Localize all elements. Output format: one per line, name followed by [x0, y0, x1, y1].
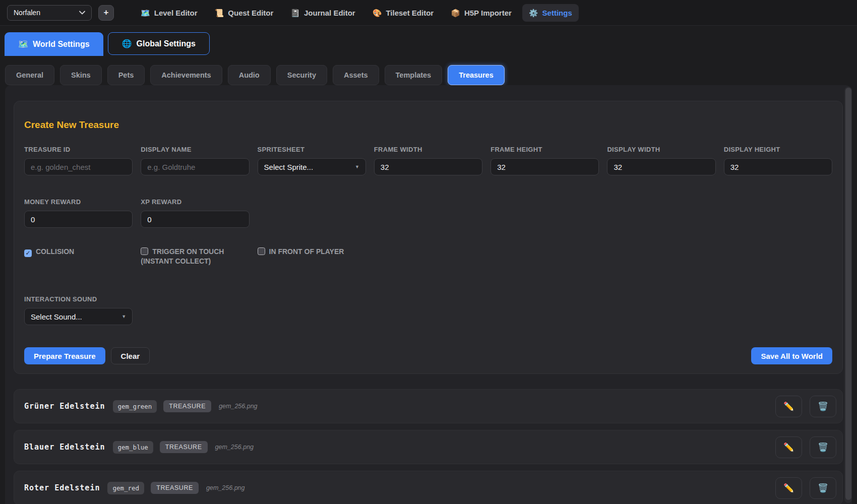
nav-item-settings[interactable]: ⚙️ Settings	[522, 4, 579, 22]
tab-templates[interactable]: Templates	[385, 65, 443, 85]
interaction-sound-select-value: Select Sound...	[31, 312, 82, 321]
display-height-input[interactable]	[724, 158, 832, 175]
field-xp-reward: XP REWARD	[141, 198, 249, 228]
save-all-to-world-button[interactable]: Save All to World	[751, 347, 832, 364]
form-row-2: MONEY REWARD XP REWARD	[24, 198, 832, 228]
treasure-type-badge: TREASURE	[163, 400, 211, 412]
interaction-sound-select[interactable]: Select Sound... ▼	[24, 308, 133, 325]
caret-down-icon: ▼	[355, 164, 359, 169]
tab-pets[interactable]: Pets	[107, 65, 145, 85]
gear-icon: ⚙️	[529, 9, 538, 17]
prepare-treasure-button[interactable]: Prepare Treasure	[24, 347, 105, 364]
scrollbar[interactable]	[844, 87, 852, 503]
tab-label: World Settings	[33, 40, 90, 49]
tab-label: Assets	[344, 71, 368, 79]
trash-icon: 🗑️	[818, 442, 828, 453]
tab-label: Global Settings	[137, 39, 196, 48]
checkbox-label: COLLISION	[36, 247, 74, 256]
field-label: MONEY REWARD	[24, 198, 133, 206]
treasure-sprite-file: gem_256.png	[215, 444, 254, 451]
frame-width-input[interactable]	[374, 158, 482, 175]
field-spritesheet: SPRITESHEET Select Sprite... ▼	[258, 146, 366, 175]
edit-treasure-button[interactable]: ✏️	[775, 477, 802, 499]
treasure-id-input[interactable]	[24, 158, 133, 175]
tab-skins[interactable]: Skins	[60, 65, 102, 85]
tab-label: Audio	[239, 71, 260, 79]
create-treasure-card: Create New Treasure TREASURE ID DISPLAY …	[14, 101, 843, 374]
field-label: INTERACTION SOUND	[24, 295, 133, 303]
delete-treasure-button[interactable]: 🗑️	[810, 396, 836, 417]
field-label: DISPLAY WIDTH	[607, 146, 715, 153]
card-title: Create New Treasure	[24, 119, 832, 131]
field-frame-width: FRAME WIDTH	[374, 146, 482, 175]
trash-icon: 🗑️	[818, 483, 828, 493]
tab-world-settings[interactable]: 🗺️ World Settings	[5, 32, 103, 56]
clear-button[interactable]: Clear	[111, 347, 150, 364]
treasure-sprite-file: gem_256.png	[206, 484, 244, 491]
top-bar: Norfalen + 🗺️ Level Editor 📜 Quest Edito…	[0, 0, 857, 26]
treasure-id-badge: gem_blue	[113, 441, 153, 454]
tab-achievements[interactable]: Achievements	[150, 65, 222, 85]
delete-treasure-button[interactable]: 🗑️	[810, 436, 836, 458]
field-interaction-sound: INTERACTION SOUND Select Sound... ▼	[24, 295, 133, 325]
tab-assets[interactable]: Assets	[333, 65, 379, 85]
tab-label: Templates	[396, 71, 432, 79]
row-actions: ✏️ 🗑️	[775, 477, 836, 499]
edit-treasure-button[interactable]: ✏️	[775, 396, 802, 417]
notebook-icon: 📓	[290, 9, 300, 17]
form-row-checkboxes: ✓COLLISION TRIGGER ON TOUCH (INSTANT COL…	[24, 247, 832, 266]
in-front-of-player-checkbox[interactable]: IN FRONT OF PLAYER	[258, 247, 366, 266]
treasure-row: Roter Edelstein gem_red TREASURE gem_256…	[14, 471, 843, 504]
treasure-name: Roter Edelstein	[24, 483, 100, 492]
nav-item-tileset-editor[interactable]: 🎨 Tileset Editor	[366, 4, 440, 22]
treasure-name: Grüner Edelstein	[24, 402, 105, 411]
form-actions: Prepare Treasure Clear Save All to World	[24, 347, 832, 364]
treasure-id-badge: gem_red	[107, 482, 144, 494]
nav-item-journal-editor[interactable]: 📓 Journal Editor	[284, 4, 361, 22]
chevron-down-icon	[79, 11, 85, 15]
tab-label: Skins	[71, 71, 91, 79]
scrollbar-thumb[interactable]	[845, 88, 851, 500]
edit-treasure-button[interactable]: ✏️	[775, 436, 802, 458]
field-display-height: DISPLAY HEIGHT	[724, 146, 832, 175]
treasure-name: Blauer Edelstein	[24, 443, 105, 452]
frame-height-input[interactable]	[491, 158, 599, 175]
nav-label: Journal Editor	[304, 9, 355, 17]
tab-security[interactable]: Security	[276, 65, 327, 85]
checkbox-checked-icon: ✓	[24, 249, 32, 257]
field-display-width: DISPLAY WIDTH	[607, 146, 715, 175]
field-label: XP REWARD	[141, 198, 249, 206]
tab-audio[interactable]: Audio	[228, 65, 271, 85]
treasure-id-badge: gem_green	[113, 400, 157, 413]
collision-checkbox[interactable]: ✓COLLISION	[24, 247, 133, 266]
package-icon: 📦	[451, 9, 460, 17]
xp-reward-input[interactable]	[141, 211, 249, 228]
trigger-on-touch-checkbox[interactable]: TRIGGER ON TOUCH (INSTANT COLLECT)	[141, 247, 249, 266]
add-world-button[interactable]: +	[98, 5, 114, 21]
field-label: TREASURE ID	[24, 146, 133, 153]
nav-item-quest-editor[interactable]: 📜 Quest Editor	[208, 4, 280, 22]
display-name-input[interactable]	[141, 158, 249, 175]
display-width-input[interactable]	[607, 158, 715, 175]
trash-icon: 🗑️	[818, 401, 828, 412]
world-select-value: Norfalen	[14, 9, 40, 17]
field-label: FRAME HEIGHT	[491, 146, 599, 153]
spritesheet-select[interactable]: Select Sprite... ▼	[258, 158, 366, 175]
nav-label: Quest Editor	[228, 9, 273, 17]
nav-item-h5p-importer[interactable]: 📦 H5P Importer	[444, 4, 518, 22]
form-row-sound: INTERACTION SOUND Select Sound... ▼	[24, 295, 832, 325]
money-reward-input[interactable]	[24, 211, 133, 228]
palette-icon: 🎨	[373, 9, 382, 17]
checkbox-label: IN FRONT OF PLAYER	[269, 247, 344, 256]
tab-global-settings[interactable]: 🌐 Global Settings	[108, 32, 210, 55]
nav-label: H5P Importer	[464, 9, 512, 17]
checkbox-label: TRIGGER ON TOUCH (INSTANT COLLECT)	[141, 247, 224, 265]
field-label: DISPLAY NAME	[141, 146, 249, 153]
delete-treasure-button[interactable]: 🗑️	[810, 477, 836, 499]
nav-item-level-editor[interactable]: 🗺️ Level Editor	[134, 4, 204, 22]
treasure-row: Grüner Edelstein gem_green TREASURE gem_…	[14, 389, 843, 423]
tab-treasures[interactable]: Treasures	[448, 65, 505, 85]
world-select[interactable]: Norfalen	[7, 5, 92, 21]
tab-general[interactable]: General	[5, 65, 54, 85]
caret-down-icon: ▼	[121, 314, 126, 319]
